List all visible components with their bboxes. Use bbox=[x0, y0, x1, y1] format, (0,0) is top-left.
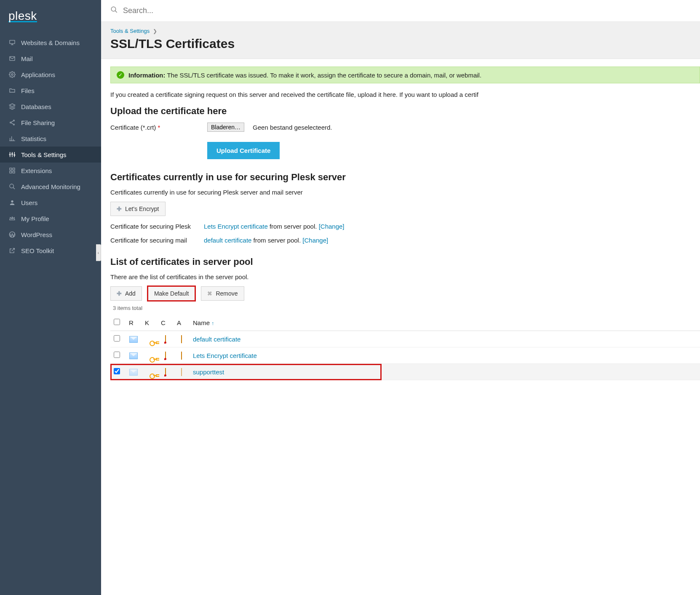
sidebar-item-wordpress[interactable]: WordPress bbox=[0, 227, 101, 243]
plus-icon: ✚ bbox=[117, 290, 122, 297]
pool-toolbar: ✚ Add Make Default ✖ Remove bbox=[110, 286, 700, 301]
row-checkbox[interactable] bbox=[114, 335, 120, 342]
select-all-checkbox[interactable] bbox=[114, 319, 120, 325]
share-icon bbox=[8, 119, 16, 126]
pool-sub: There are the list of certificates in th… bbox=[110, 273, 700, 280]
upload-heading: Upload the certificate here bbox=[110, 106, 700, 117]
col-k[interactable]: K bbox=[142, 315, 158, 331]
chart-icon bbox=[8, 135, 16, 142]
in-use-suffix: from server pool. bbox=[270, 223, 317, 230]
svg-line-9 bbox=[11, 121, 13, 122]
lets-encrypt-button[interactable]: ✚ Let's Encrypt bbox=[110, 202, 166, 216]
content-header: Tools & Settings ❯ SSL/TLS Certificates bbox=[101, 22, 700, 59]
cert-name-link[interactable]: Lets Encrypt certificate bbox=[193, 352, 257, 359]
sidebar-item-tools-settings[interactable]: Tools & Settings bbox=[0, 147, 101, 163]
sidebar-item-files[interactable]: Files bbox=[0, 83, 101, 99]
search-bar bbox=[101, 0, 700, 22]
info-alert: ✓ Information: The SSL/TLS certificate w… bbox=[110, 67, 700, 83]
sidebar-item-label: Users bbox=[21, 199, 37, 206]
col-name[interactable]: Name↑ bbox=[190, 315, 700, 331]
cert-name-link[interactable]: supporttest bbox=[193, 368, 224, 376]
sidebar-item-websites-domains[interactable]: Websites & Domains bbox=[0, 35, 101, 51]
svg-point-6 bbox=[13, 120, 15, 121]
browse-button[interactable]: Bladeren… bbox=[207, 123, 244, 132]
x-icon: ✖ bbox=[207, 290, 212, 297]
certificate-icon bbox=[165, 352, 166, 360]
cert-link[interactable]: Lets Encrypt certificate bbox=[204, 223, 268, 230]
sidebar-item-label: Files bbox=[21, 87, 35, 94]
change-link[interactable]: [Change] bbox=[302, 237, 328, 244]
change-link[interactable]: [Change] bbox=[319, 223, 345, 230]
certificate-plain-icon bbox=[181, 335, 182, 343]
in-use-row: Certificate for securing PleskLets Encry… bbox=[110, 223, 700, 230]
breadcrumb: Tools & Settings ❯ bbox=[110, 28, 691, 34]
sidebar-item-label: Mail bbox=[21, 55, 33, 62]
envelope-icon bbox=[129, 336, 138, 343]
in-use-row: Certificate for securing maildefault cer… bbox=[110, 237, 700, 244]
cert-link[interactable]: default certificate bbox=[204, 237, 251, 244]
svg-line-29 bbox=[13, 187, 15, 189]
sidebar-item-users[interactable]: Users bbox=[0, 195, 101, 211]
remove-button[interactable]: ✖ Remove bbox=[201, 286, 244, 301]
plus-icon: ✚ bbox=[117, 205, 122, 212]
sidebar-item-statistics[interactable]: Statistics bbox=[0, 131, 101, 147]
content: ‹ ✓ Information: The SSL/TLS certificate… bbox=[101, 59, 700, 393]
cert-name-link[interactable]: default certificate bbox=[193, 336, 240, 343]
sidebar-item-label: Extensions bbox=[21, 167, 52, 174]
in-use-label: Certificate for securing Plesk bbox=[110, 223, 199, 230]
check-circle-icon: ✓ bbox=[117, 71, 124, 79]
svg-point-7 bbox=[10, 122, 11, 123]
sidebar-item-mail[interactable]: Mail bbox=[0, 51, 101, 67]
file-status: Geen bestand geselecteerd. bbox=[253, 124, 332, 131]
sidebar-item-applications[interactable]: Applications bbox=[0, 67, 101, 83]
certificate-plain-icon bbox=[181, 368, 182, 376]
monitor-icon bbox=[8, 39, 16, 46]
table-row: supporttest bbox=[110, 364, 700, 380]
gear-icon bbox=[8, 71, 16, 78]
search-input[interactable] bbox=[123, 6, 691, 15]
sidebar-collapse-handle[interactable]: ‹ bbox=[96, 244, 101, 261]
sidebar-item-label: Websites & Domains bbox=[21, 39, 80, 46]
sidebar-item-label: Databases bbox=[21, 103, 51, 110]
items-total: 3 items total bbox=[113, 305, 700, 311]
svg-point-8 bbox=[13, 124, 15, 125]
row-checkbox[interactable] bbox=[114, 368, 120, 374]
add-button[interactable]: ✚ Add bbox=[110, 286, 142, 301]
svg-point-4 bbox=[11, 74, 13, 75]
pool-heading: List of certificates in server pool bbox=[110, 256, 700, 267]
svg-rect-26 bbox=[10, 171, 12, 173]
breadcrumb-parent[interactable]: Tools & Settings bbox=[110, 28, 150, 34]
sidebar-item-file-sharing[interactable]: File Sharing bbox=[0, 115, 101, 131]
page-title: SSL/TLS Certificates bbox=[110, 37, 691, 51]
svg-rect-25 bbox=[13, 168, 15, 170]
sidebar-item-label: My Profile bbox=[21, 215, 49, 222]
alert-prefix: Information: bbox=[128, 72, 166, 79]
sidebar-item-extensions[interactable]: Extensions bbox=[0, 163, 101, 179]
sidebar-item-databases[interactable]: Databases bbox=[0, 99, 101, 115]
chevron-right-icon: ❯ bbox=[153, 28, 157, 34]
in-use-sub: Certificates currently in use for securi… bbox=[110, 189, 700, 196]
certificate-plain-icon bbox=[181, 352, 182, 360]
col-a[interactable]: A bbox=[174, 315, 190, 331]
sidebar-item-label: Advanced Monitoring bbox=[21, 183, 80, 190]
sidebar-item-label: Applications bbox=[21, 71, 55, 78]
row-checkbox[interactable] bbox=[114, 352, 120, 358]
svg-rect-0 bbox=[10, 40, 15, 44]
logo: plesk bbox=[0, 0, 101, 35]
sidebar-item-my-profile[interactable]: My Profile bbox=[0, 211, 101, 227]
sidebar-item-seo-toolkit[interactable]: SEO Toolkit bbox=[0, 243, 101, 259]
col-c[interactable]: C bbox=[158, 315, 174, 331]
external-icon bbox=[8, 247, 16, 254]
upload-certificate-button[interactable]: Upload Certificate bbox=[207, 142, 280, 159]
svg-point-30 bbox=[11, 200, 13, 203]
certificate-icon bbox=[165, 368, 166, 376]
svg-rect-27 bbox=[13, 171, 15, 173]
sidebar-item-advanced-monitoring[interactable]: Advanced Monitoring bbox=[0, 179, 101, 195]
table-row: Lets Encrypt certificate bbox=[110, 347, 700, 364]
col-r[interactable]: R bbox=[126, 315, 142, 331]
intro-text: If you created a certificate signing req… bbox=[110, 91, 700, 98]
folder-icon bbox=[8, 87, 16, 94]
make-default-button[interactable]: Make Default bbox=[148, 286, 195, 301]
sidebar-item-label: Tools & Settings bbox=[21, 151, 67, 158]
sort-asc-icon: ↑ bbox=[211, 320, 214, 326]
